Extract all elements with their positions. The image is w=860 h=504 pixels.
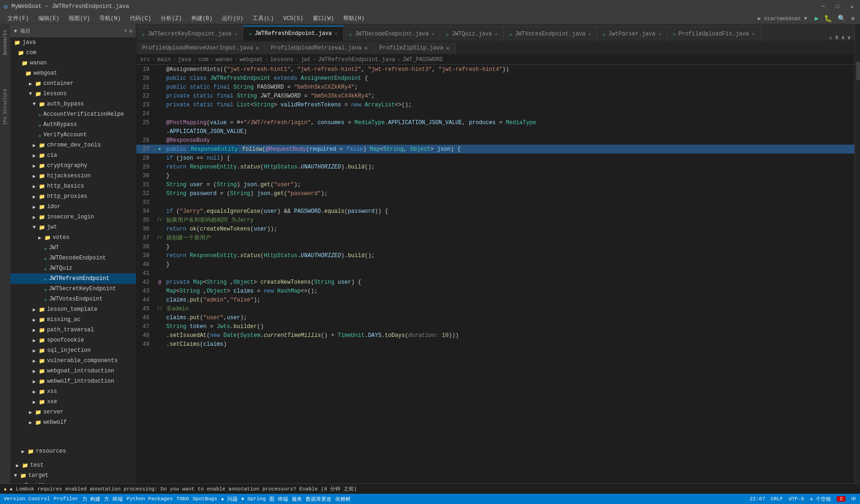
menu-view[interactable]: 视图(V) bbox=[65, 14, 94, 23]
menu-tools[interactable]: 工具(L) bbox=[249, 14, 278, 23]
tree-webgoat-intro[interactable]: ▶ 📁 webgoat_introduction bbox=[10, 366, 136, 376]
tree-container[interactable]: ▶ 📁 container bbox=[10, 78, 136, 89]
tree-jwt[interactable]: ▼ 📁 jwt bbox=[10, 222, 136, 232]
tree-auth-bypass-file[interactable]: ☕ AuthBypass bbox=[10, 119, 136, 130]
run-button[interactable]: ▶ bbox=[813, 14, 820, 22]
tree-lesson-template[interactable]: ▶ 📁 lesson_template bbox=[10, 304, 136, 315]
tab-close-profile-retrieval[interactable]: ✕ bbox=[364, 45, 367, 52]
menu-edit[interactable]: 编辑(E) bbox=[35, 14, 63, 23]
bc-java[interactable]: java bbox=[178, 56, 191, 63]
bc-webgoat[interactable]: webgoat bbox=[240, 56, 263, 63]
tree-spoofcookie[interactable]: ▶ 📁 spoofcookie bbox=[10, 335, 136, 345]
status-terminal[interactable]: 方 终端 bbox=[104, 496, 123, 503]
tree-acct-verify[interactable]: ☕ AccountVerificationHelpe bbox=[10, 109, 136, 119]
tab-profile-upload-fix[interactable]: ☕ ProfileUploadFix.java ✕ bbox=[667, 27, 761, 41]
tree-jwt-file[interactable]: ☕ JWT bbox=[10, 243, 136, 253]
tree-cia[interactable]: ▶ 📁 cia bbox=[10, 150, 136, 161]
menu-run[interactable]: 运行(U) bbox=[218, 14, 247, 23]
status-spotbugs[interactable]: SpotBugs bbox=[193, 496, 218, 502]
status-vcs[interactable]: Version Control bbox=[4, 496, 50, 502]
tab-close-profile-zipslip[interactable]: ✕ bbox=[446, 45, 449, 52]
bc-lessons[interactable]: lessons bbox=[270, 56, 294, 63]
settings-icon[interactable]: ⚙ bbox=[129, 28, 132, 34]
tab2-profile-retrieval[interactable]: ProfileUploadRetrieval.java ✕ bbox=[265, 42, 374, 54]
tab-jwt-parser[interactable]: ☕ JwtParser.java ✕ bbox=[597, 27, 667, 41]
bc-main[interactable]: main bbox=[157, 56, 171, 63]
menu-file[interactable]: 文件(F) bbox=[4, 14, 33, 23]
bc-src[interactable]: src bbox=[140, 56, 150, 63]
status-todo[interactable]: TODO bbox=[176, 496, 189, 502]
tab-close-jwt-secret-key[interactable]: ✕ bbox=[234, 31, 237, 37]
status-problems[interactable]: ♦ 问题 bbox=[221, 496, 237, 503]
close-button[interactable]: ✕ bbox=[847, 3, 856, 11]
tab-jwt-refresh[interactable]: ☕ JWTRefreshEndpoint.java ✕ bbox=[243, 26, 344, 41]
tree-jwt-decode[interactable]: ☕ JWTDecodeEndpoint bbox=[10, 253, 136, 263]
menu-nav[interactable]: 导航(N) bbox=[96, 14, 125, 23]
maximize-button[interactable]: □ bbox=[833, 3, 842, 10]
bc-wanan[interactable]: wanan bbox=[216, 56, 233, 63]
tree-chrome-dev-tools[interactable]: ▶ 📁 chrome_dev_tools bbox=[10, 140, 136, 150]
editor-wrapper[interactable]: 19 @AssignmentHints({"jwt-refresh-hint1"… bbox=[136, 65, 854, 483]
toolbar-settings[interactable]: ⚙ bbox=[849, 15, 856, 21]
tab-close-profile-remove[interactable]: ✕ bbox=[256, 45, 259, 52]
tree-testclass[interactable]: ☕ TestClass bbox=[10, 481, 136, 483]
notification-text[interactable]: ▲ Lombok requires enabled annotation pro… bbox=[10, 485, 357, 492]
menu-help[interactable]: 帮助(H) bbox=[339, 14, 368, 23]
tree-insecure-login[interactable]: ▶ 📁 insecure_login bbox=[10, 212, 136, 222]
tree-jwt-secret[interactable]: ☕ JWTSecretKeyEndpoint bbox=[10, 284, 136, 294]
status-python[interactable]: Python Packages bbox=[127, 496, 173, 502]
bc-symbol[interactable]: JWT_PASSWORD bbox=[402, 56, 443, 63]
tab2-profile-remove[interactable]: ProfileUploadRemoveUserInput.java ✕ bbox=[136, 42, 265, 54]
tree-webwolf[interactable]: ▶ 📁 webwolf bbox=[10, 417, 136, 427]
menu-build[interactable]: 构建(B) bbox=[188, 14, 217, 23]
tree-resources[interactable]: ▶ 📁 resources bbox=[10, 446, 136, 456]
tree-target[interactable]: ▼ 📁 target bbox=[10, 470, 136, 481]
collapse-all-icon[interactable]: ≡ bbox=[124, 28, 127, 34]
status-dep-tree[interactable]: 依赖树 bbox=[335, 496, 351, 503]
tab-close-jwt-votes[interactable]: ✕ bbox=[588, 31, 591, 37]
tree-http-basics[interactable]: ▶ 📁 http_basics bbox=[10, 181, 136, 191]
tab-close-jwt-decode[interactable]: ✕ bbox=[431, 31, 434, 37]
tab-jwt-decode[interactable]: ☕ JWTDecodeEndpoint.java ✕ bbox=[344, 27, 441, 41]
tree-xxe[interactable]: ▶ 📁 xxe bbox=[10, 397, 136, 407]
bc-com[interactable]: com bbox=[198, 56, 209, 63]
status-build[interactable]: 力 构建 bbox=[82, 496, 101, 503]
tree-lessons[interactable]: ▼ 📁 lessons bbox=[10, 89, 136, 99]
tree-votes[interactable]: ▶ 📁 votes bbox=[10, 232, 136, 243]
tree-vulnerable[interactable]: ▶ 📁 vulnerable_components bbox=[10, 356, 136, 366]
debug-button[interactable]: 🐛 bbox=[822, 14, 834, 22]
tree-auth-bypass[interactable]: ▼ 📁 auth_bypass bbox=[10, 99, 136, 109]
menu-analyze[interactable]: 分析(Z) bbox=[157, 14, 186, 23]
status-terminal2[interactable]: 图 终端 bbox=[269, 496, 288, 503]
run-config[interactable]: ▶ StartWebGoat ▼ bbox=[754, 15, 811, 21]
tree-sql-injection[interactable]: ▶ 📁 sql_injection bbox=[10, 345, 136, 356]
tree-webwolf-intro[interactable]: ▶ 📁 webwolf_introduction bbox=[10, 376, 136, 386]
minimize-button[interactable]: ─ bbox=[819, 3, 828, 10]
tree-server[interactable]: ▶ 📁 server bbox=[10, 407, 136, 417]
tab2-profile-zipslip[interactable]: ProfileZipSlip.java ✕ bbox=[374, 42, 456, 54]
activity-bookmarks[interactable]: Bookmarks bbox=[2, 28, 9, 57]
tree-hijacksession[interactable]: ▶ 📁 hijacksession bbox=[10, 171, 136, 181]
tree-jwt-quiz[interactable]: ☕ JWTQuiz bbox=[10, 263, 136, 273]
menu-code[interactable]: 代码(C) bbox=[126, 14, 155, 23]
tree-java[interactable]: 📁 java bbox=[10, 37, 136, 48]
tab-jwt-quiz[interactable]: ☕ JWTQuiz.java ✕ bbox=[440, 27, 503, 41]
tab-close-profile-upload-fix[interactable]: ✕ bbox=[752, 31, 754, 37]
tree-test[interactable]: ▶ 📁 test bbox=[10, 460, 136, 470]
tree-missing-ac[interactable]: ▶ 📁 missing_ac bbox=[10, 315, 136, 325]
search-button[interactable]: 🔍 bbox=[836, 14, 847, 22]
menu-vcs[interactable]: VCS(S) bbox=[279, 14, 307, 23]
status-ime[interactable]: 中 bbox=[851, 496, 856, 503]
status-services[interactable]: 服务 bbox=[292, 496, 302, 503]
status-spring[interactable]: ♦ Spring bbox=[241, 496, 266, 502]
status-indent[interactable]: 4 个空格 bbox=[810, 496, 831, 503]
tree-jwt-refresh[interactable]: ☕ JWTRefreshEndpoint bbox=[10, 273, 136, 284]
bc-file[interactable]: JWTRefreshEndpoint.java bbox=[318, 56, 395, 63]
tree-http-proxies[interactable]: ▶ 📁 http_proxies bbox=[10, 191, 136, 202]
status-line-endings[interactable]: CRLF bbox=[771, 496, 783, 502]
tree-jwt-votes[interactable]: ☕ JWTVotesEndpoint bbox=[10, 294, 136, 304]
activity-structure[interactable]: IPA Structure bbox=[2, 87, 9, 127]
menu-window[interactable]: 窗口(W) bbox=[309, 14, 338, 23]
status-encoding[interactable]: UTF-8 bbox=[789, 496, 804, 502]
status-profiler[interactable]: Profiler bbox=[54, 496, 78, 502]
